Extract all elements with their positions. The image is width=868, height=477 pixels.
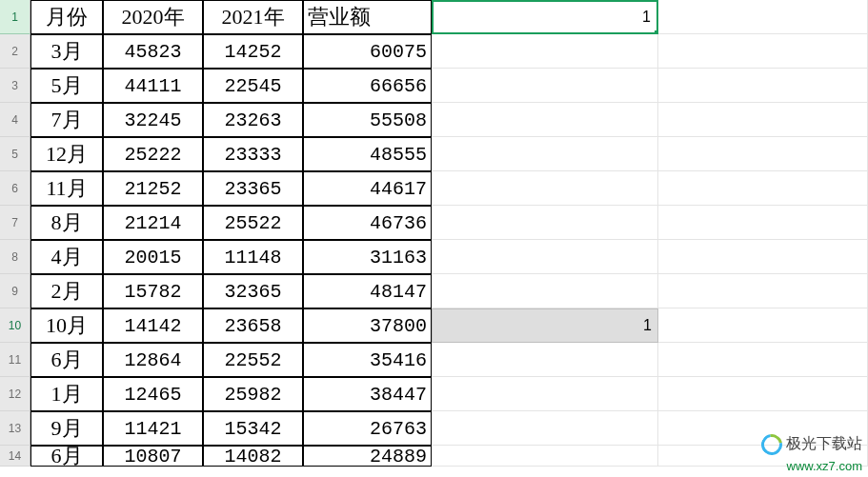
cell-2021[interactable]: 25982 [203, 377, 303, 411]
empty-cell[interactable] [432, 206, 658, 240]
cell-2021[interactable]: 23333 [203, 137, 303, 171]
cell-2020[interactable]: 10807 [103, 446, 203, 467]
cell-revenue[interactable]: 48555 [303, 137, 432, 171]
cell-2020[interactable]: 20015 [103, 240, 203, 274]
cell-month[interactable]: 12月 [30, 137, 103, 171]
row-header[interactable]: 13 [0, 411, 30, 446]
empty-cell[interactable] [432, 103, 658, 137]
col-header-revenue[interactable]: 营业额 [303, 0, 432, 34]
empty-cell[interactable] [658, 34, 868, 69]
empty-cell[interactable] [658, 308, 868, 343]
spreadsheet-grid[interactable]: 1 月份 2020年 2021年 营业额 1 2 3月 45823 14252 … [0, 0, 868, 477]
empty-cell[interactable] [658, 240, 868, 274]
col-header-month[interactable]: 月份 [30, 0, 103, 34]
cell-2020[interactable]: 45823 [103, 34, 203, 69]
cell-month[interactable]: 8月 [30, 206, 103, 240]
cell-month[interactable]: 9月 [30, 411, 103, 446]
empty-cell[interactable] [658, 206, 868, 240]
cell-month[interactable]: 6月 [30, 343, 103, 377]
cell-2021[interactable]: 25522 [203, 206, 303, 240]
row-header[interactable]: 2 [0, 34, 30, 69]
row-header[interactable]: 3 [0, 69, 30, 103]
cell-2021[interactable]: 14082 [203, 446, 303, 467]
empty-cell[interactable] [432, 446, 658, 467]
cell-month[interactable]: 4月 [30, 240, 103, 274]
row-header[interactable]: 1 [0, 0, 30, 34]
cell-2021[interactable]: 23365 [203, 171, 303, 206]
cell-2021[interactable]: 15342 [203, 411, 303, 446]
empty-cell[interactable] [432, 343, 658, 377]
row-header[interactable]: 11 [0, 343, 30, 377]
cell-revenue[interactable]: 44617 [303, 171, 432, 206]
row-header[interactable]: 14 [0, 446, 30, 467]
cell-2021[interactable]: 11148 [203, 240, 303, 274]
empty-cell[interactable] [432, 240, 658, 274]
active-cell[interactable]: 1 [432, 0, 658, 34]
empty-cell[interactable] [432, 274, 658, 308]
cell-month[interactable]: 5月 [30, 69, 103, 103]
cell-2021[interactable]: 22552 [203, 343, 303, 377]
cell-revenue[interactable]: 26763 [303, 411, 432, 446]
empty-cell[interactable] [432, 137, 658, 171]
row-header[interactable]: 9 [0, 274, 30, 308]
empty-cell[interactable] [658, 377, 868, 411]
empty-cell[interactable] [432, 34, 658, 69]
empty-cell[interactable] [658, 137, 868, 171]
watermark: 极光下载站 www.xz7.com [761, 434, 862, 475]
empty-cell[interactable] [658, 343, 868, 377]
cell-month[interactable]: 1月 [30, 377, 103, 411]
empty-cell[interactable] [432, 69, 658, 103]
cell-2021[interactable]: 14252 [203, 34, 303, 69]
row-header[interactable]: 12 [0, 377, 30, 411]
cell-revenue[interactable]: 60075 [303, 34, 432, 69]
cell-revenue[interactable]: 35416 [303, 343, 432, 377]
cell-2020[interactable]: 25222 [103, 137, 203, 171]
cell-revenue[interactable]: 48147 [303, 274, 432, 308]
cell-month[interactable]: 10月 [30, 308, 103, 343]
cell-2021[interactable]: 22545 [203, 69, 303, 103]
cell-2021[interactable]: 23263 [203, 103, 303, 137]
cell-2020[interactable]: 32245 [103, 103, 203, 137]
cell-2020[interactable]: 11421 [103, 411, 203, 446]
cell-month[interactable]: 6月 [30, 446, 103, 467]
cell-month[interactable]: 7月 [30, 103, 103, 137]
empty-cell[interactable] [658, 171, 868, 206]
cell-month[interactable]: 3月 [30, 34, 103, 69]
cell-revenue[interactable]: 37800 [303, 308, 432, 343]
cell-2020[interactable]: 21214 [103, 206, 203, 240]
empty-cell[interactable] [658, 274, 868, 308]
cell-2020[interactable]: 44111 [103, 69, 203, 103]
cell-2021[interactable]: 32365 [203, 274, 303, 308]
cell-revenue[interactable]: 38447 [303, 377, 432, 411]
col-header-2021[interactable]: 2021年 [203, 0, 303, 34]
row-header[interactable]: 5 [0, 137, 30, 171]
cell-2020[interactable]: 21252 [103, 171, 203, 206]
cell-revenue[interactable]: 46736 [303, 206, 432, 240]
cell-revenue[interactable]: 24889 [303, 446, 432, 467]
row-header[interactable]: 10 [0, 308, 30, 343]
fill-handle[interactable] [654, 30, 658, 34]
cell-2020[interactable]: 15782 [103, 274, 203, 308]
watermark-url: www.xz7.com [761, 459, 862, 475]
cell-2021[interactable]: 23658 [203, 308, 303, 343]
empty-cell[interactable] [432, 171, 658, 206]
cell-2020[interactable]: 12465 [103, 377, 203, 411]
row-header[interactable]: 6 [0, 171, 30, 206]
row-header[interactable]: 4 [0, 103, 30, 137]
empty-cell[interactable] [432, 411, 658, 446]
empty-cell[interactable] [658, 0, 868, 34]
row-header[interactable]: 7 [0, 206, 30, 240]
empty-cell[interactable] [658, 103, 868, 137]
cell-revenue[interactable]: 31163 [303, 240, 432, 274]
col-header-2020[interactable]: 2020年 [103, 0, 203, 34]
empty-cell[interactable] [658, 69, 868, 103]
empty-cell[interactable] [432, 377, 658, 411]
selected-cell[interactable]: 1 [432, 308, 658, 343]
cell-revenue[interactable]: 66656 [303, 69, 432, 103]
cell-month[interactable]: 11月 [30, 171, 103, 206]
cell-2020[interactable]: 14142 [103, 308, 203, 343]
cell-revenue[interactable]: 55508 [303, 103, 432, 137]
cell-2020[interactable]: 12864 [103, 343, 203, 377]
cell-month[interactable]: 2月 [30, 274, 103, 308]
row-header[interactable]: 8 [0, 240, 30, 274]
